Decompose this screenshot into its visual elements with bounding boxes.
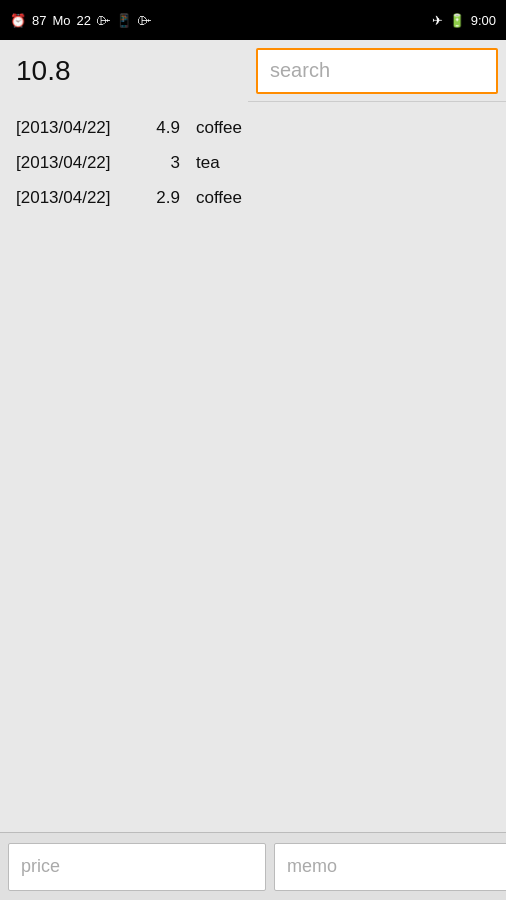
alarm-icon: ⏰ xyxy=(10,13,26,28)
entry-date: [2013/04/22] xyxy=(16,114,146,141)
battery-icon: 🔋 xyxy=(449,13,465,28)
clock-time: 9:00 xyxy=(471,13,496,28)
list-item: [2013/04/22]4.9coffee xyxy=(0,110,506,145)
entry-date: [2013/04/22] xyxy=(16,184,146,211)
search-box-wrapper xyxy=(248,40,506,102)
search-input[interactable] xyxy=(256,48,498,94)
airplane-icon: ✈ xyxy=(432,13,443,28)
bottom-bar: + xyxy=(0,832,506,900)
list-item: [2013/04/22]2.9coffee xyxy=(0,180,506,215)
status-left: ⏰ 87 Mo 22 ⌱ 📱 ⌱ xyxy=(10,13,151,28)
entry-date: [2013/04/22] xyxy=(16,149,146,176)
status-value2: 22 xyxy=(77,13,91,28)
list-item: [2013/04/22]3tea xyxy=(0,145,506,180)
total-value: 10.8 xyxy=(16,55,71,87)
entry-category: coffee xyxy=(196,114,242,141)
entry-amount: 3 xyxy=(146,149,196,176)
status-label1: Mo xyxy=(52,13,70,28)
status-value1: 87 xyxy=(32,13,46,28)
total-display: 10.8 xyxy=(0,40,248,102)
memo-input[interactable] xyxy=(274,843,506,891)
price-input[interactable] xyxy=(8,843,266,891)
status-right: ✈ 🔋 9:00 xyxy=(432,13,496,28)
usb-icon-1: ⌱ xyxy=(97,13,110,28)
entry-amount: 4.9 xyxy=(146,114,196,141)
status-bar: ⏰ 87 Mo 22 ⌱ 📱 ⌱ ✈ 🔋 9:00 xyxy=(0,0,506,40)
entry-amount: 2.9 xyxy=(146,184,196,211)
android-icon: 📱 xyxy=(116,13,132,28)
entry-list: [2013/04/22]4.9coffee[2013/04/22]3tea[20… xyxy=(0,102,506,224)
entry-category: tea xyxy=(196,149,220,176)
usb-icon-2: ⌱ xyxy=(138,13,151,28)
entry-category: coffee xyxy=(196,184,242,211)
header: 10.8 xyxy=(0,40,506,102)
